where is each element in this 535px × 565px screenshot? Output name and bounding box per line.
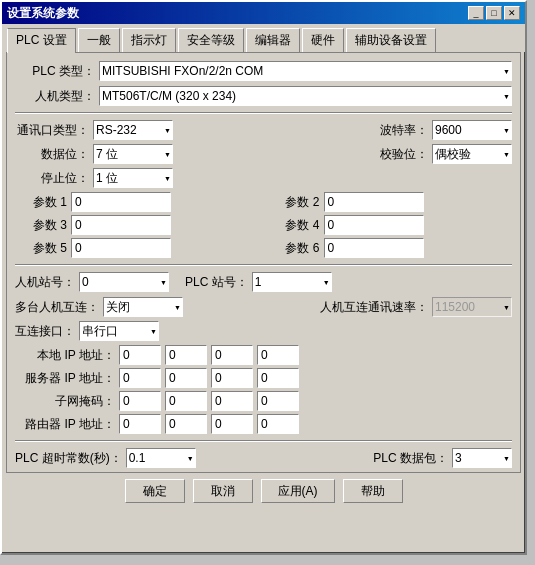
gateway-2[interactable]	[165, 414, 207, 434]
gateway-3[interactable]	[211, 414, 253, 434]
tab-plc-settings[interactable]: PLC 设置	[7, 28, 76, 53]
interface-row: 互连接口： 串行口	[15, 321, 512, 341]
comm-port-select-wrapper: RS-232	[93, 120, 173, 140]
stop-placeholder	[268, 168, 513, 188]
plc-type-select-wrapper: MITSUBISHI FXOn/2/2n COM	[99, 61, 512, 81]
param3-row: 参数 3	[15, 215, 260, 235]
param2-row: 参数 2	[268, 192, 513, 212]
param3-input[interactable]	[71, 215, 171, 235]
server-ip-1[interactable]	[119, 368, 161, 388]
param1-label: 参数 1	[15, 194, 67, 211]
stop-bits-group: 停止位： 1 位	[15, 168, 260, 188]
interface-select[interactable]: 串行口	[79, 321, 159, 341]
apply-button[interactable]: 应用(A)	[261, 479, 335, 503]
stop-bits-select[interactable]: 1 位	[93, 168, 173, 188]
hmi-station-select[interactable]: 0	[79, 272, 169, 292]
tab-security[interactable]: 安全等级	[178, 28, 244, 52]
param4-row: 参数 4	[268, 215, 513, 235]
subnet-4[interactable]	[257, 391, 299, 411]
comm-port-label: 通讯口类型：	[15, 122, 89, 139]
gateway-4[interactable]	[257, 414, 299, 434]
tab-aux-device[interactable]: 辅助设备设置	[346, 28, 436, 52]
cancel-button[interactable]: 取消	[193, 479, 253, 503]
maximize-button[interactable]: □	[486, 6, 502, 20]
hmi-station-label: 人机站号：	[15, 274, 75, 291]
plc-station-select-wrapper: 1	[252, 272, 332, 292]
plc-timeout-label: PLC 超时常数(秒)：	[15, 450, 122, 467]
plc-pkg-select[interactable]: 3	[452, 448, 512, 468]
data-bits-label: 数据位：	[15, 146, 89, 163]
hmi-station-select-wrapper: 0	[79, 272, 169, 292]
plc-station-select[interactable]: 1	[252, 272, 332, 292]
help-button[interactable]: 帮助	[343, 479, 403, 503]
hmi-type-select-wrapper: MT506T/C/M (320 x 234)	[99, 86, 512, 106]
gateway-row: 路由器 IP 地址：	[15, 414, 512, 434]
tab-hardware[interactable]: 硬件	[302, 28, 344, 52]
ok-button[interactable]: 确定	[125, 479, 185, 503]
multi-link-row: 多台人机互连： 关闭 人机互连通讯速率： 115200	[15, 297, 512, 317]
hmi-type-label: 人机类型：	[15, 88, 95, 105]
comm-port-select[interactable]: RS-232	[93, 120, 173, 140]
divider-2	[15, 264, 512, 266]
baud-rate-label: 波特率：	[380, 122, 428, 139]
multi-link-select[interactable]: 关闭	[103, 297, 183, 317]
plc-timeout-select[interactable]: 0.1	[126, 448, 196, 468]
hmi-type-select[interactable]: MT506T/C/M (320 x 234)	[99, 86, 512, 106]
plc-type-select[interactable]: MITSUBISHI FXOn/2/2n COM	[99, 61, 512, 81]
plc-type-row: PLC 类型： MITSUBISHI FXOn/2/2n COM	[15, 61, 512, 81]
hmi-type-row: 人机类型： MT506T/C/M (320 x 234)	[15, 86, 512, 106]
param2-input[interactable]	[324, 192, 424, 212]
local-ip-1[interactable]	[119, 345, 161, 365]
params-grid: 参数 1 参数 2 参数 3 参数 4 参数 5 参数 6	[15, 192, 512, 258]
subnet-2[interactable]	[165, 391, 207, 411]
plc-timeout-group: PLC 超时常数(秒)： 0.1	[15, 448, 365, 468]
title-controls: _ □ ✕	[468, 6, 520, 20]
server-ip-label: 服务器 IP 地址：	[15, 370, 115, 387]
param6-row: 参数 6	[268, 238, 513, 258]
plc-timeout-row: PLC 超时常数(秒)： 0.1 PLC 数据包： 3	[15, 448, 512, 468]
parity-group: 校验位： 偶校验	[380, 144, 512, 164]
baud-rate-select[interactable]: 9600	[432, 120, 512, 140]
stop-bits-label: 停止位：	[15, 170, 89, 187]
gateway-label: 路由器 IP 地址：	[15, 416, 115, 433]
minimize-button[interactable]: _	[468, 6, 484, 20]
data-bits-select[interactable]: 7 位	[93, 144, 173, 164]
tab-general[interactable]: 一般	[78, 28, 120, 52]
parity-label: 校验位：	[380, 146, 428, 163]
local-ip-3[interactable]	[211, 345, 253, 365]
stop-bits-select-wrapper: 1 位	[93, 168, 173, 188]
comm-row-2: 数据位： 7 位 校验位： 偶校验	[15, 144, 512, 164]
server-ip-2[interactable]	[165, 368, 207, 388]
interface-label: 互连接口：	[15, 323, 75, 340]
plc-timeout-select-wrapper: 0.1	[126, 448, 196, 468]
param1-input[interactable]	[71, 192, 171, 212]
subnet-1[interactable]	[119, 391, 161, 411]
param5-row: 参数 5	[15, 238, 260, 258]
subnet-label: 子网掩码：	[15, 393, 115, 410]
subnet-3[interactable]	[211, 391, 253, 411]
multi-link-select-wrapper: 关闭	[103, 297, 183, 317]
param4-label: 参数 4	[268, 217, 320, 234]
plc-pkg-label: PLC 数据包：	[373, 450, 448, 467]
param4-input[interactable]	[324, 215, 424, 235]
gateway-1[interactable]	[119, 414, 161, 434]
station-row: 人机站号： 0 PLC 站号： 1	[15, 272, 512, 292]
multi-rate-group: 人机互连通讯速率： 115200	[320, 297, 512, 317]
multi-rate-select[interactable]: 115200	[432, 297, 512, 317]
parity-select[interactable]: 偶校验	[432, 144, 512, 164]
server-ip-4[interactable]	[257, 368, 299, 388]
plc-station-group: PLC 站号： 1	[185, 272, 332, 292]
param6-input[interactable]	[324, 238, 424, 258]
param5-label: 参数 5	[15, 240, 67, 257]
param5-input[interactable]	[71, 238, 171, 258]
tab-editor[interactable]: 编辑器	[246, 28, 300, 52]
local-ip-4[interactable]	[257, 345, 299, 365]
close-button[interactable]: ✕	[504, 6, 520, 20]
comm-row-3: 停止位： 1 位	[15, 168, 512, 188]
local-ip-2[interactable]	[165, 345, 207, 365]
plc-type-label: PLC 类型：	[15, 63, 95, 80]
subnet-row: 子网掩码：	[15, 391, 512, 411]
tab-indicator[interactable]: 指示灯	[122, 28, 176, 52]
server-ip-3[interactable]	[211, 368, 253, 388]
main-window: 设置系统参数 _ □ ✕ PLC 设置 一般 指示灯 安全等级 编辑器 硬件 辅…	[0, 0, 527, 555]
